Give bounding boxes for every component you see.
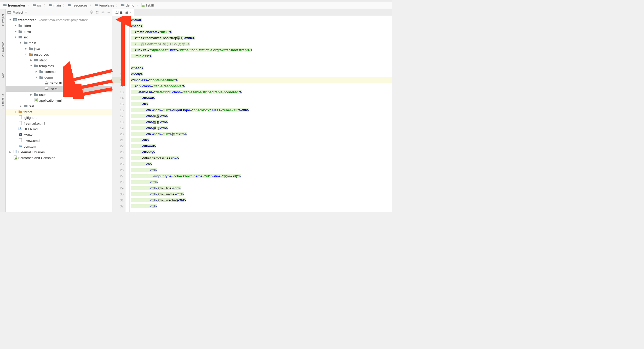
tab-list-ftl[interactable]: </> list.ftl × — [112, 9, 134, 16]
breadcrumb-item[interactable]: templates — [94, 3, 115, 8]
maven-icon: m — [18, 144, 22, 149]
project-panel: Project ▼ ▼freemarker~/code/java-complet… — [6, 9, 112, 212]
folder-icon — [18, 23, 22, 28]
svg-rect-1 — [142, 5, 145, 7]
svg-rect-11 — [108, 12, 110, 13]
ftl-icon: </> — [115, 11, 119, 14]
tree-node[interactable]: >_mvnw — [6, 132, 112, 138]
sh-icon: >_ — [18, 132, 22, 137]
svg-point-22 — [35, 99, 37, 101]
resources-icon — [29, 52, 33, 57]
gear-icon[interactable] — [101, 10, 105, 14]
svg-rect-24 — [19, 121, 22, 125]
editor-tabs: </> list.ftl × — [112, 9, 392, 16]
file-icon — [18, 115, 22, 120]
toolbar — [0, 0, 392, 2]
tree-node[interactable]: freemarker.iml — [6, 120, 112, 126]
folder-icon — [18, 29, 22, 34]
breadcrumb-item[interactable]: resources — [67, 3, 89, 8]
svg-rect-14 — [30, 54, 32, 55]
hide-icon[interactable] — [107, 10, 111, 14]
svg-point-5 — [91, 12, 92, 13]
project-panel-header: Project ▼ — [6, 9, 112, 16]
md-icon: MD — [18, 127, 22, 132]
tree-node[interactable]: MDHELP.md — [6, 126, 112, 132]
yml-icon — [34, 98, 38, 103]
editor-area: </> list.ftl × 1234567891011121314151617… — [112, 9, 392, 212]
tree-node[interactable]: ▼demo — [6, 74, 112, 80]
panel-title: Project — [13, 10, 23, 14]
svg-rect-13 — [14, 19, 16, 21]
left-tool-strip: 1: Project2: FavoritesWeb7: Structure — [0, 9, 6, 212]
breadcrumb-item[interactable]: main — [48, 3, 62, 8]
svg-rect-31 — [14, 150, 14, 153]
line-gutter: 1234567891011121314151617181920212223242… — [112, 16, 125, 212]
folder-icon — [39, 69, 43, 74]
svg-rect-23 — [19, 115, 22, 119]
tree-node[interactable]: ▼templates — [6, 63, 112, 69]
folder-icon — [29, 46, 33, 51]
breadcrumb-item[interactable]: freemarker — [2, 3, 26, 8]
breadcrumb-item[interactable]: demo — [120, 3, 135, 8]
collapse-icon[interactable] — [95, 10, 99, 14]
scratch-icon — [13, 155, 17, 160]
breadcrumb-item[interactable]: list.ftl — [140, 3, 155, 8]
svg-text:</>: </> — [45, 86, 49, 89]
svg-rect-3 — [8, 11, 11, 12]
tree-node[interactable]: application.yml — [6, 97, 112, 103]
folder-icon — [24, 40, 28, 45]
tree-node[interactable]: .gitignore — [6, 115, 112, 120]
project-tree[interactable]: ▼freemarker~/code/java-complete-project/… — [6, 16, 112, 212]
folder-icon — [18, 35, 22, 40]
project-icon — [7, 10, 11, 14]
tree-node[interactable]: ▼main — [6, 40, 112, 46]
close-icon[interactable]: × — [130, 11, 132, 15]
tree-node[interactable]: ▶static — [6, 57, 112, 63]
tool-window-button[interactable]: 1: Project — [1, 14, 4, 26]
svg-text:MD: MD — [19, 127, 22, 130]
tool-window-button[interactable]: 2: Favorites — [1, 42, 4, 57]
tree-node[interactable]: ▼resources — [6, 51, 112, 57]
ftl-icon: </> — [44, 86, 49, 91]
svg-rect-29 — [19, 138, 22, 142]
folder-icon — [34, 63, 38, 68]
svg-text:m: m — [19, 144, 22, 148]
tree-node[interactable]: ▶java — [6, 46, 112, 51]
tree-node[interactable]: ▼src — [6, 34, 112, 40]
file-icon — [18, 121, 22, 126]
tree-node[interactable]: ▼freemarker~/code/java-complete-project/… — [6, 17, 112, 23]
tree-node[interactable]: ▶External Libraries — [6, 149, 112, 155]
tree-node[interactable]: ▶test — [6, 103, 112, 109]
tree-node[interactable]: ▶target — [6, 109, 112, 115]
fold-column — [125, 16, 130, 212]
tree-node[interactable]: ▶.mvn — [6, 28, 112, 34]
tree-node[interactable]: mpom.xml — [6, 143, 112, 149]
svg-rect-33 — [16, 150, 16, 153]
breadcrumb-item[interactable]: src — [31, 3, 43, 8]
tree-node[interactable]: Scratches and Consoles — [6, 155, 112, 161]
svg-point-35 — [15, 158, 17, 159]
tab-label: list.ftl — [120, 11, 128, 15]
svg-text:>_: >_ — [19, 132, 22, 136]
lib-icon — [13, 150, 17, 155]
folder-o-icon — [18, 109, 22, 114]
tree-node[interactable]: </>demo.ftl — [6, 80, 112, 86]
svg-text:</>: </> — [116, 11, 119, 13]
code-content[interactable]: <html><head> <meta charset="utf-8"> <tit… — [130, 16, 392, 212]
svg-point-10 — [102, 12, 104, 13]
tree-node[interactable]: </>list.ftl — [6, 86, 112, 92]
folder-icon — [39, 75, 43, 80]
tree-node[interactable]: ▶user — [6, 92, 112, 97]
code-editor[interactable]: 1234567891011121314151617181920212223242… — [112, 16, 392, 212]
file-icon — [18, 138, 22, 143]
tool-window-button[interactable]: 7: Structure — [1, 94, 4, 109]
locate-icon[interactable] — [90, 10, 93, 14]
folder-icon — [34, 58, 38, 63]
tree-node[interactable]: mvnw.cmd — [6, 138, 112, 143]
folder-icon — [34, 92, 38, 97]
tool-window-button[interactable]: Web — [1, 73, 4, 78]
tree-node[interactable]: ▶.idea — [6, 23, 112, 28]
tree-node[interactable]: ▶common — [6, 69, 112, 74]
svg-rect-32 — [15, 150, 15, 153]
breadcrumb-bar: freemarker〉src〉main〉resources〉templates〉… — [0, 2, 392, 9]
